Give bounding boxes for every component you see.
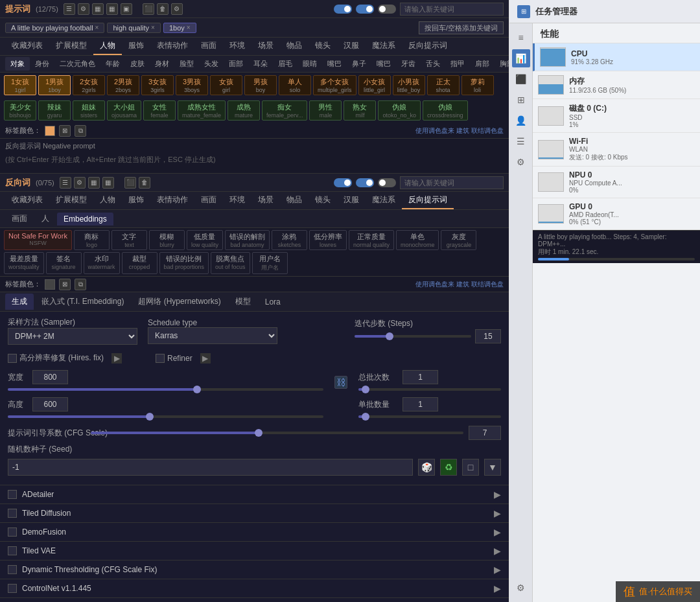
nsfw-item-5[interactable]: 错误的解剖bad anatomy: [225, 230, 270, 250]
gen-tab-2[interactable]: 超网络 (Hypernetworks): [132, 294, 227, 310]
kw-item-row1-3[interactable]: 2男孩2boys: [107, 75, 139, 95]
neg-cat-tab-4[interactable]: 表情动作: [150, 192, 194, 209]
neg-toggle-3[interactable]: [378, 178, 396, 187]
nsfw-item-15[interactable]: 错误的比例bad proportions: [159, 252, 209, 274]
nsfw-item-8[interactable]: 正常质量normal quality: [349, 230, 394, 250]
neg-cat-tab-1[interactable]: 扩展模型: [49, 192, 93, 209]
neg-toggle-1[interactable]: [334, 178, 352, 187]
kw-item-row1-10[interactable]: 小女孩little_girl: [358, 75, 391, 95]
cfg-thumb[interactable]: [255, 429, 262, 437]
kw-item-row2-6[interactable]: 成熟mature: [228, 100, 260, 121]
steps-thumb[interactable]: [386, 332, 393, 340]
refiner-checkbox[interactable]: Refiner: [156, 354, 192, 363]
hires-checkbox[interactable]: 高分辨率修复 (Hires. fix): [8, 353, 104, 364]
tm-item-4[interactable]: NPU 0 NPU Compute A...0%: [533, 167, 700, 198]
gen-tab-1[interactable]: 嵌入式 (T.I. Embedding): [35, 294, 130, 310]
refiner-collapse[interactable]: ▶: [200, 353, 211, 364]
cat-tab-5[interactable]: 画面: [194, 38, 223, 55]
accordion-header-3[interactable]: Tiled VAE ▶: [0, 542, 509, 560]
accordion-header-2[interactable]: DemoFusion ▶: [0, 523, 509, 541]
sub-tab-0[interactable]: 对象: [5, 57, 30, 71]
refiner-check[interactable]: [156, 354, 165, 363]
cat-tab-6[interactable]: 环境: [223, 38, 251, 55]
cat-tab-2[interactable]: 人物: [93, 38, 122, 55]
neg-cat-tab-3[interactable]: 服饰: [122, 192, 150, 209]
neg-icon-1[interactable]: ☰: [60, 177, 71, 189]
neg-toggle-2[interactable]: [356, 178, 374, 187]
sub-tab-3[interactable]: 年龄: [100, 57, 125, 71]
kw-item-row1-11[interactable]: 小男孩little_boy: [393, 75, 425, 95]
seed-down-btn[interactable]: ▼: [484, 459, 501, 476]
height-input[interactable]: [32, 397, 68, 411]
cfg-input[interactable]: [469, 426, 501, 440]
nsfw-item-14[interactable]: 裁型cropped: [122, 252, 158, 274]
nsfw-item-17[interactable]: 用户名用户名: [252, 252, 288, 274]
sub-tab-19[interactable]: 胸部: [495, 57, 509, 71]
steps-input[interactable]: [475, 329, 501, 343]
height-thumb[interactable]: [146, 413, 154, 421]
neg-icon-3[interactable]: ▦: [88, 177, 100, 189]
single-count-thumb[interactable]: [362, 413, 369, 421]
topbar-icon-2[interactable]: ⚙: [78, 3, 89, 15]
accordion-check-5[interactable]: [8, 584, 17, 593]
neg-icon-6[interactable]: 🗑: [139, 177, 150, 189]
add-keyword-btn[interactable]: 按回车/空格添加关键词: [419, 21, 504, 34]
nsfw-item-7[interactable]: 低分辨率lowres: [309, 230, 347, 250]
kw-item-row2-11[interactable]: 伪娘crossdressing: [423, 100, 468, 121]
sub-tab-15[interactable]: 牙齿: [396, 57, 421, 71]
neg-cat-tab-12[interactable]: 反向提示词: [402, 192, 454, 209]
tag-item-3[interactable]: 1boy ×: [163, 23, 196, 33]
link-icon[interactable]: ⛓: [334, 376, 347, 389]
accordion-arrow-2[interactable]: ▶: [494, 527, 501, 537]
gen-tab-3[interactable]: 模型: [229, 294, 257, 310]
topbar-icon-6[interactable]: ⬛: [143, 3, 154, 15]
nsfw-item-11[interactable]: 最差质量worstquality: [4, 252, 44, 274]
accordion-check-1[interactable]: [8, 509, 17, 518]
kw-item-row1-6[interactable]: 女孩girl: [210, 75, 242, 95]
kw-item-row2-10[interactable]: 伪娘otoko_no_ko: [378, 100, 421, 121]
neg-cat-tab-11[interactable]: 魔法系: [366, 192, 402, 209]
sampler-select[interactable]: DPM++ 2M: [8, 328, 137, 345]
seed-input[interactable]: [8, 459, 413, 476]
sub-tab-7[interactable]: 头发: [199, 57, 224, 71]
sub-tab-6[interactable]: 脸型: [174, 57, 199, 71]
nsfw-item-12[interactable]: 签名signature: [46, 252, 82, 274]
color-swatch-dark[interactable]: [45, 279, 55, 290]
tm-item-3[interactable]: Wi-Fi WLAN发送: 0 接收: 0 Kbps: [533, 133, 700, 167]
tm-nav-details[interactable]: ☰: [512, 132, 530, 150]
total-count-input[interactable]: [402, 370, 438, 384]
cat-tab-4[interactable]: 表情动作: [150, 38, 194, 55]
width-slider[interactable]: [8, 388, 323, 391]
kw-item-row1-0[interactable]: 1女孩1girl: [4, 75, 36, 95]
accordion-arrow-0[interactable]: ▶: [494, 489, 501, 500]
nsfw-item-0[interactable]: Not Safe For WorkNSFW: [4, 230, 72, 250]
gen-tab-4[interactable]: Lora: [259, 295, 287, 309]
kw-item-row1-2[interactable]: 2女孩2girls: [73, 75, 105, 95]
nsfw-item-3[interactable]: 模糊blurry: [149, 230, 185, 250]
single-count-input[interactable]: [402, 397, 438, 411]
accordion-header-0[interactable]: ADetailer ▶: [0, 485, 509, 504]
cat-tab-11[interactable]: 魔法系: [366, 38, 402, 55]
cat-tab-3[interactable]: 服饰: [122, 38, 150, 55]
sub-tab-2[interactable]: 二次元角色: [54, 57, 100, 71]
topbar-icon-5[interactable]: ▣: [121, 3, 132, 15]
tag-item-2[interactable]: high quality ×: [107, 23, 161, 33]
kw-item-row2-9[interactable]: 熟女milf: [344, 100, 376, 121]
tag-close-1[interactable]: ×: [95, 24, 99, 31]
color-icon-2[interactable]: ⧉: [75, 125, 86, 137]
neg-search-input[interactable]: [400, 176, 504, 189]
total-count-slider[interactable]: [358, 388, 501, 391]
cat-tab-7[interactable]: 场景: [251, 38, 280, 55]
neg-cat-tab-10[interactable]: 汉服: [337, 192, 366, 209]
sub-tab-16[interactable]: 舌头: [421, 57, 445, 71]
tm-nav-users[interactable]: 👤: [512, 111, 530, 130]
kw-item-row1-1[interactable]: 1男孩1boy: [38, 75, 71, 95]
gen-tab-0[interactable]: 生成: [5, 294, 34, 310]
nsfw-item-9[interactable]: 单色monochrome: [396, 230, 439, 250]
neg-cat-tab-2[interactable]: 人物: [93, 192, 122, 209]
kw-item-row1-8[interactable]: 单人solo: [279, 75, 311, 95]
neg-cat-tab-8[interactable]: 物品: [280, 192, 309, 209]
cat-tab-10[interactable]: 汉服: [337, 38, 366, 55]
kw-item-row1-5[interactable]: 3男孩3boys: [176, 75, 208, 95]
width-input[interactable]: [32, 370, 68, 384]
